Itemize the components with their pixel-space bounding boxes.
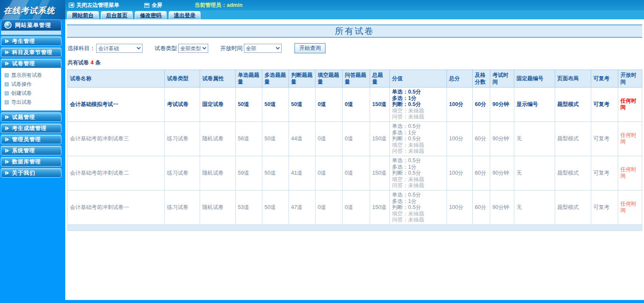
col-paper-type: 试卷类型: [165, 70, 200, 88]
score-values-cell: 单选：0.5分 多选：1分 判断：0.5分 填空：未抽题 问答：未抽题: [390, 88, 447, 122]
menu-arrow-icon: [5, 138, 9, 141]
table-row: 会计基础考前冲刺试卷二 练习试卷 随机试卷 59道 50道 41道 0道 0道 …: [68, 156, 642, 190]
close-left-menu-button[interactable]: ◀ 关闭左边管理菜单: [69, 2, 119, 9]
col-retake: 可复考: [591, 70, 618, 88]
sidebar-panel: 网站菜单管理 考生管理 科目及章节管理 试卷管理 显示所有试卷 试卷操作: [1, 19, 61, 178]
query-button[interactable]: 开始查询: [295, 43, 325, 53]
main-content: 所有试卷 选择科目： 会计基础 试卷类型 全部类型 开放时间 全部 开始查询 共…: [65, 19, 644, 303]
menu-arrow-icon: [5, 51, 9, 54]
open-time-filter-label: 开放时间: [220, 45, 243, 52]
title-bar: 所有试卷: [67, 24, 642, 38]
subject-filter-label: 选择科目：: [67, 45, 95, 52]
fullscreen-icon: [144, 3, 149, 8]
open-time-cell: 任何时间: [618, 121, 642, 156]
submenu-export-paper[interactable]: 导出试卷: [1, 98, 61, 107]
paper-management-submenu: 显示所有试卷 试卷操作 创建试卷 导出试卷: [1, 68, 61, 111]
col-fixed-number: 固定题编号: [514, 70, 555, 88]
app-logo-text: 在线考试系统: [3, 5, 64, 16]
menu-arrow-icon: [5, 62, 9, 65]
col-single-count: 单选题题量: [236, 70, 262, 88]
paper-name: 会计基础考前冲刺试卷一: [68, 190, 165, 224]
menu-arrow-icon: [5, 115, 9, 119]
table-header-row: 试卷名称 试卷类型 试卷属性 单选题题量 多选题题量 判断题题量 填空题题量 问…: [68, 70, 642, 88]
top-bar: ◀ 关闭左边管理菜单 全屏 当前管理员：admin 网站前台 后台首页 修改密码…: [0, 0, 644, 19]
menu-sphere-icon: [4, 21, 12, 29]
paper-type-select[interactable]: 全部类型: [178, 44, 208, 53]
sidebar-item-question-management[interactable]: 试题管理: [1, 112, 61, 122]
sidebar-item-admin-management[interactable]: 管理员管理: [1, 135, 61, 144]
open-time-select[interactable]: 全部: [244, 44, 282, 53]
table-footer-row: [68, 224, 642, 230]
open-time-cell: 任何时间: [618, 190, 642, 224]
table-row: 会计基础模拟考试一 考试试卷 固定试卷 50道 50道 50道 0道 0道 15…: [68, 88, 642, 122]
col-judge-count: 判断题题量: [289, 70, 316, 88]
subject-select[interactable]: 会计基础: [96, 44, 143, 53]
table-row: 会计基础考前冲刺试卷三 练习试卷 随机试卷 56道 50道 44道 0道 0道 …: [68, 121, 642, 156]
sidebar-item-system-management[interactable]: 系统管理: [1, 146, 61, 155]
score-values-cell: 单选：0.5分 多选：1分 判断：0.5分 填空：未抽题 问答：未抽题: [390, 156, 447, 190]
col-paper-attr: 试卷属性: [200, 70, 236, 88]
page-title: 所有试卷: [335, 25, 374, 37]
menu-arrow-icon: [5, 160, 9, 164]
submenu-show-all-papers[interactable]: 显示所有试卷: [1, 71, 61, 80]
col-pass-score: 及格分数: [473, 70, 490, 88]
col-exam-time: 考试时间: [490, 70, 514, 88]
col-total-score: 总分: [447, 70, 473, 88]
sidebar-item-score-management[interactable]: 考生成绩管理: [1, 124, 61, 133]
top-menu: ◀ 关闭左边管理菜单 全屏 当前管理员：admin: [65, 0, 644, 10]
menu-arrow-icon: [5, 149, 9, 152]
paper-name: 会计基础考前冲刺试卷三: [68, 121, 165, 156]
col-multi-count: 多选题题量: [262, 70, 289, 88]
sidebar-substrip: [1, 31, 61, 35]
current-admin-label: 当前管理员：admin: [194, 2, 243, 9]
col-paper-name: 试卷名称: [68, 70, 165, 88]
submenu-paper-operations[interactable]: 试卷操作: [1, 80, 61, 89]
paper-name: 会计基础模拟考试一: [68, 88, 165, 122]
sidebar-header: 网站菜单管理: [1, 19, 61, 31]
score-values-cell: 单选：0.5分 多选：1分 判断：0.5分 填空：未抽题 问答：未抽题: [390, 190, 447, 224]
col-total-count: 总题量: [370, 70, 390, 88]
fullscreen-label: 全屏: [152, 2, 162, 9]
bottom-frame-border: [0, 300, 644, 303]
col-open-time: 开放时间: [618, 70, 642, 88]
fullscreen-button[interactable]: 全屏: [144, 2, 162, 9]
type-filter-label: 试卷类型: [155, 45, 177, 52]
square-bullet-icon: [5, 73, 9, 77]
square-bullet-icon: [5, 100, 9, 104]
square-bullet-icon: [5, 91, 9, 95]
menu-arrow-icon: [5, 39, 9, 43]
tab-logout[interactable]: 退出登录: [169, 11, 200, 19]
app-logo: 在线考试系统: [0, 0, 65, 19]
col-blank-count: 填空题题量: [316, 70, 343, 88]
score-values-cell: 单选：0.5分 多选：1分 判断：0.5分 填空：未抽题 问答：未抽题: [390, 121, 447, 156]
col-qa-count: 问答题题量: [343, 70, 370, 88]
menu-arrow-icon: [5, 171, 9, 175]
open-time-cell: 任何时间: [618, 88, 642, 122]
col-score-values: 分值: [390, 70, 447, 88]
menu-arrow-icon: [5, 127, 9, 130]
tab-site-front[interactable]: 网站前台: [67, 11, 99, 19]
sidebar-item-paper-management[interactable]: 试卷管理: [1, 59, 61, 68]
tab-change-password[interactable]: 修改密码: [135, 11, 167, 19]
table-footer-strip: [68, 224, 642, 230]
square-bullet-icon: [5, 82, 9, 86]
sidebar-item-about-us[interactable]: 关于我们: [1, 168, 61, 178]
table-row: 会计基础考前冲刺试卷一 练习试卷 随机试卷 53道 50道 47道 0道 0道 …: [68, 190, 642, 224]
open-time-cell: 任何时间: [618, 156, 642, 190]
close-left-menu-label: 关闭左边管理菜单: [76, 2, 119, 9]
paper-count-number: 4: [91, 60, 94, 66]
submenu-create-paper[interactable]: 创建试卷: [1, 89, 61, 98]
sidebar-item-examinee-management[interactable]: 考生管理: [1, 36, 61, 46]
top-tab-strip: 网站前台 后台首页 修改密码 退出登录: [65, 10, 644, 19]
paper-name: 会计基础考前冲刺试卷二: [68, 156, 165, 190]
collapse-arrow-icon: ◀: [69, 3, 74, 8]
sidebar-header-label: 网站菜单管理: [15, 21, 51, 29]
filter-bar: 选择科目： 会计基础 试卷类型 全部类型 开放时间 全部 开始查询: [67, 43, 644, 53]
sidebar-item-database-management[interactable]: 数据库管理: [1, 157, 61, 167]
sidebar-item-subject-chapter-management[interactable]: 科目及章节管理: [1, 48, 61, 57]
col-page-layout: 页面布局: [555, 70, 591, 88]
sidebar: 网站菜单管理 考生管理 科目及章节管理 试卷管理 显示所有试卷 试卷操作: [0, 19, 65, 303]
tab-admin-home[interactable]: 后台首页: [101, 11, 133, 19]
papers-table: 试卷名称 试卷类型 试卷属性 单选题题量 多选题题量 判断题题量 填空题题量 问…: [67, 70, 642, 231]
paper-count: 共有试卷4条: [67, 59, 644, 67]
